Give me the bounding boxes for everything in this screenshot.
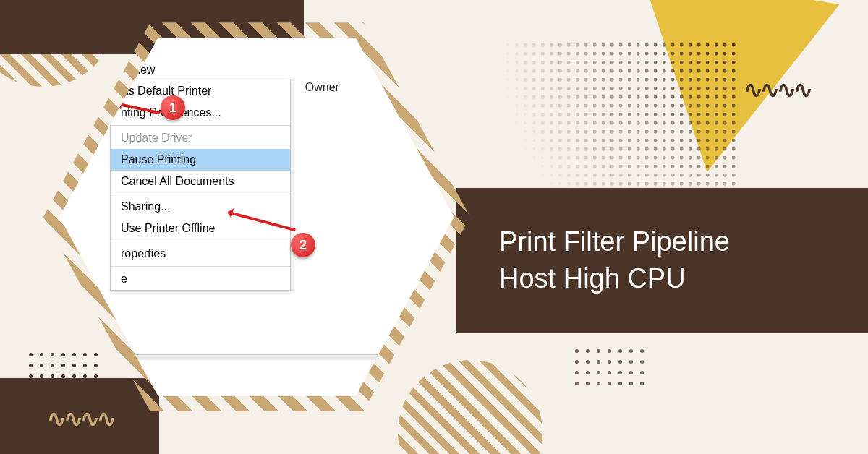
callout-badge-1: 1 [161,95,185,120]
printer-window: t to PDF ment View Status Owner As Defau… [88,38,425,389]
menu-separator [111,194,290,194]
menu-close[interactable]: e [111,268,290,290]
menu-pause-printing[interactable]: Pause Printing [111,149,290,171]
context-menu: As Default Printer nting Preferences... … [110,80,291,291]
menu-update-driver: Update Driver [111,127,290,149]
menu-properties[interactable]: roperties [111,243,290,265]
zigzag-top-right: ∿∿∿∿ [744,76,810,103]
dot-grid-right [575,349,644,385]
menu-separator [111,241,290,241]
headline-line1: Print Filter Pipeline [499,223,730,260]
callout-badge-2: 2 [291,233,315,257]
menu-separator [111,266,290,267]
headline-text: Print Filter Pipeline Host High CPU [499,223,730,298]
menu-set-default[interactable]: As Default Printer [111,80,290,102]
menu-sharing[interactable]: Sharing... [111,196,290,218]
ring-icon [800,401,832,432]
menu-document[interactable]: ment [91,64,117,76]
headline-line2: Host High CPU [499,260,730,297]
headline-panel: Print Filter Pipeline Host High CPU [456,188,868,333]
window-statusbar [88,354,425,360]
menu-cancel-all[interactable]: Cancel All Documents [111,171,290,192]
hexagon-frame: t to PDF ment View Status Owner As Defau… [43,14,470,419]
col-owner[interactable]: Owner [305,81,339,94]
menu-separator [111,125,290,126]
menu-preferences[interactable]: nting Preferences... [111,102,290,124]
